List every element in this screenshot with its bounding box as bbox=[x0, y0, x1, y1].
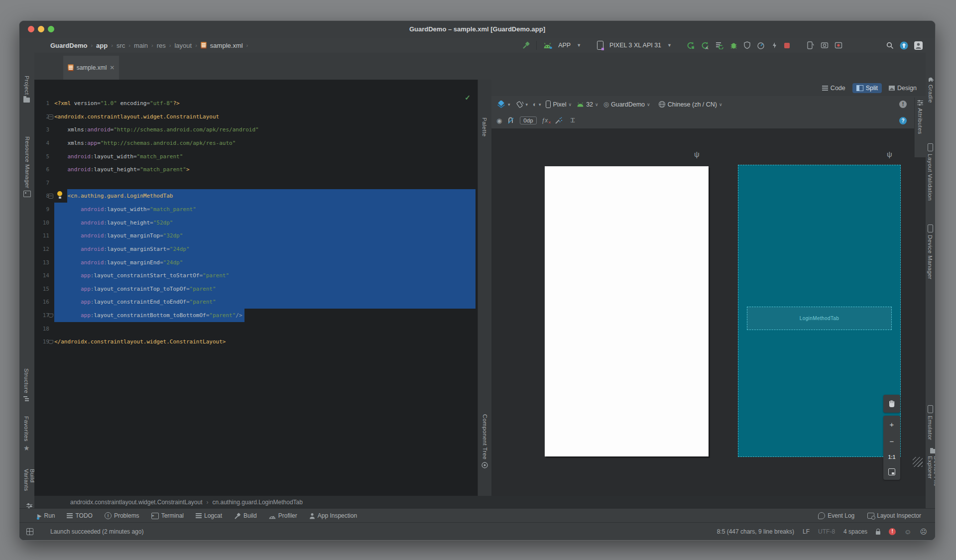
tool-window-switcher-icon[interactable] bbox=[26, 528, 33, 535]
toolwindow-todo[interactable]: TODO bbox=[67, 512, 92, 519]
debug-icon[interactable] bbox=[730, 41, 737, 49]
zoom-ratio-button[interactable]: 1:1 bbox=[888, 454, 895, 460]
rerun-app-icon[interactable] bbox=[687, 41, 695, 49]
sad-face-icon[interactable]: ☹ bbox=[920, 528, 927, 536]
run-configuration-select[interactable]: APP bbox=[558, 42, 571, 49]
locale-select[interactable]: Chinese (zh / CN)∨ bbox=[658, 101, 722, 108]
code-line[interactable]: 7 bbox=[34, 176, 478, 190]
intention-bulb-icon[interactable] bbox=[57, 191, 63, 199]
code-line[interactable]: 3 xmlns:android="http://schemas.android.… bbox=[34, 123, 478, 136]
tab-sample-xml[interactable]: sample.xml ✕ bbox=[63, 56, 119, 81]
code-line[interactable]: 6 android:layout_height="match_parent"> bbox=[34, 163, 478, 176]
zoom-to-fit-button[interactable] bbox=[888, 468, 895, 475]
code-line[interactable]: 18 bbox=[34, 322, 478, 336]
toolwindow-run[interactable]: ▶ Run bbox=[37, 512, 55, 519]
code-line[interactable]: 16 app:layout_constraintEnd_toEndOf="par… bbox=[34, 295, 478, 309]
code-line[interactable]: 12 android:layout_marginStart="24dp" bbox=[34, 242, 478, 256]
profiler-gauge-icon[interactable] bbox=[757, 41, 765, 49]
infer-constraints-button[interactable] bbox=[555, 117, 563, 124]
mode-code-button[interactable]: Code bbox=[818, 83, 849, 93]
search-everywhere-icon[interactable] bbox=[886, 42, 894, 49]
sidebar-item-emulator[interactable]: Emulator bbox=[927, 405, 933, 440]
clear-constraints-button[interactable]: ƒx bbox=[542, 117, 548, 124]
breadcrumb-loginmethodtab[interactable]: cn.authing.guard.LoginMethodTab bbox=[213, 499, 303, 506]
blueprint-preview-surface[interactable]: LoginMethodTab bbox=[738, 165, 901, 457]
breadcrumb-project[interactable]: GuardDemo bbox=[50, 42, 87, 49]
breadcrumb-layout[interactable]: layout bbox=[174, 42, 192, 49]
code-line[interactable]: 15 app:layout_constraintTop_toTopOf="par… bbox=[34, 282, 478, 296]
device-select[interactable]: PIXEL 3 XL API 31 bbox=[609, 42, 661, 49]
screenshot-icon[interactable] bbox=[821, 41, 829, 49]
night-mode-select[interactable]: ◐ ▾ bbox=[533, 101, 541, 108]
screen-record-icon[interactable] bbox=[835, 41, 842, 49]
toolwindow-terminal[interactable]: ▸ Terminal bbox=[151, 512, 184, 519]
device-select-design[interactable]: Pixel∨ bbox=[546, 101, 572, 108]
zoom-out-button[interactable]: − bbox=[890, 437, 894, 446]
toolwindow-logcat[interactable]: Logcat bbox=[196, 512, 222, 519]
resize-grip[interactable] bbox=[913, 457, 923, 467]
autoconnect-button[interactable] bbox=[507, 117, 515, 124]
orientation-select[interactable]: ▾ bbox=[515, 101, 528, 109]
code-line[interactable]: 5 android:layout_width="match_parent" bbox=[34, 150, 478, 163]
sidebar-item-favorites[interactable]: Favorites ★ bbox=[23, 416, 30, 452]
text-tool-button[interactable]: Ɪ bbox=[571, 116, 575, 124]
fold-end-marker[interactable] bbox=[48, 314, 53, 318]
theme-select[interactable]: ◎ GuardDemo∨ bbox=[603, 101, 650, 108]
breadcrumb-res[interactable]: res bbox=[157, 42, 166, 49]
login-method-tab-widget[interactable]: LoginMethodTab bbox=[747, 307, 892, 330]
close-tab-icon[interactable]: ✕ bbox=[110, 64, 115, 71]
attach-debugger-icon[interactable] bbox=[771, 41, 778, 49]
chevron-down-icon[interactable]: ▼ bbox=[577, 43, 581, 48]
fold-marker[interactable] bbox=[48, 114, 53, 119]
code-line[interactable]: 17 app:layout_constraintBottom_toBottomO… bbox=[34, 309, 478, 322]
code-line[interactable]: 14 app:layout_constraintStart_toStartOf=… bbox=[34, 269, 478, 282]
read-only-lock-icon[interactable] bbox=[876, 531, 880, 535]
mode-split-button[interactable]: Split bbox=[852, 83, 882, 93]
toolwindow-profiler[interactable]: Profiler bbox=[269, 512, 297, 519]
code-line[interactable]: 8 <cn.authing.guard.LoginMethodTab bbox=[34, 189, 478, 203]
breadcrumb-app[interactable]: app bbox=[96, 42, 108, 49]
build-hammer-icon[interactable] bbox=[522, 41, 530, 49]
design-preview-surface[interactable] bbox=[545, 166, 709, 456]
sidebar-item-resource-manager[interactable]: Resource Manager bbox=[23, 136, 31, 197]
stop-icon[interactable] bbox=[784, 43, 790, 48]
sidebar-item-device-file-explorer[interactable]: Device File Explorer bbox=[927, 449, 936, 508]
toolwindow-event-log[interactable]: Event Log bbox=[818, 512, 854, 519]
toolwindow-layout-inspector[interactable]: Layout Inspector bbox=[867, 512, 921, 519]
zoom-in-button[interactable]: + bbox=[890, 420, 894, 429]
breadcrumb-constraintlayout[interactable]: androidx.constraintlayout.widget.Constra… bbox=[70, 499, 203, 506]
toolwindow-app-inspection[interactable]: App Inspection bbox=[309, 512, 357, 519]
code-line[interactable]: 13 android:layout_marginEnd="24dp" bbox=[34, 256, 478, 269]
design-warnings-icon[interactable]: ! bbox=[899, 101, 907, 108]
profile-low-overhead-icon[interactable] bbox=[743, 41, 751, 49]
code-editor[interactable]: 1<?xml version="1.0" encoding="utf-8"?>2… bbox=[34, 80, 478, 496]
margin-value[interactable]: 0dp bbox=[520, 116, 536, 124]
file-encoding[interactable]: UTF-8 bbox=[818, 528, 835, 535]
line-ending[interactable]: LF bbox=[803, 528, 810, 535]
pan-tool-button[interactable] bbox=[883, 395, 900, 413]
tab-component-tree[interactable]: Component Tree bbox=[481, 414, 488, 468]
code-line[interactable]: 10 android:layout_height="52dp" bbox=[34, 216, 478, 229]
code-line[interactable]: 2<androidx.constraintlayout.widget.Const… bbox=[34, 110, 478, 123]
code-line[interactable]: 1<?xml version="1.0" encoding="utf-8"?> bbox=[34, 97, 478, 110]
breadcrumb-main[interactable]: main bbox=[134, 42, 148, 49]
toolwindow-problems[interactable]: ! Problems bbox=[105, 512, 139, 519]
sidebar-item-layout-validation[interactable]: Layout Validation bbox=[927, 143, 933, 201]
chevron-down-icon[interactable]: ▼ bbox=[667, 43, 672, 48]
inspection-ok-icon[interactable]: ✓ bbox=[465, 94, 471, 102]
happy-face-icon[interactable]: ☺ bbox=[904, 528, 911, 536]
sidebar-item-build-variants[interactable]: Build Variants bbox=[23, 469, 35, 508]
sidebar-item-structure[interactable]: Structure bbox=[23, 368, 29, 402]
user-avatar[interactable] bbox=[914, 41, 923, 50]
code-line[interactable]: 19</androidx.constraintlayout.widget.Con… bbox=[34, 335, 478, 348]
mode-design-button[interactable]: Design bbox=[885, 83, 921, 93]
code-line[interactable]: 9 android:layout_width="match_parent" bbox=[34, 203, 478, 216]
view-options-button[interactable]: ◉ bbox=[496, 117, 502, 124]
fold-end-marker[interactable] bbox=[48, 340, 53, 344]
help-icon[interactable]: ? bbox=[899, 117, 907, 124]
sidebar-item-gradle[interactable]: Gradle bbox=[927, 77, 934, 103]
indent-setting[interactable]: 4 spaces bbox=[843, 528, 867, 535]
sidebar-item-device-manager[interactable]: Device Manager bbox=[927, 224, 933, 279]
api-version-select[interactable]: 32∨ bbox=[577, 101, 598, 108]
default-margin-select[interactable]: 0dp bbox=[520, 116, 536, 124]
